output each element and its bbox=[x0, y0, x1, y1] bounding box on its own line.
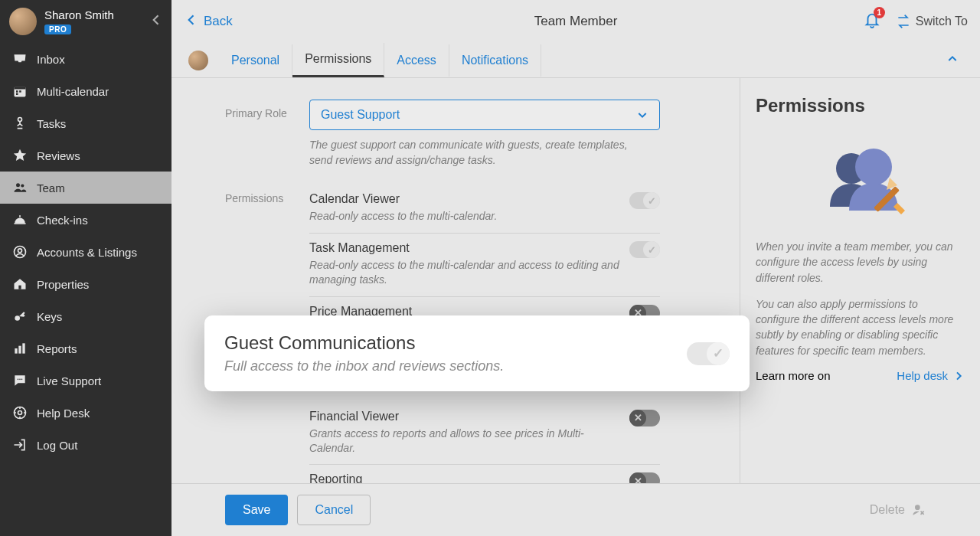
sidebar-item-inbox[interactable]: Inbox bbox=[0, 43, 172, 75]
nav-label: Keys bbox=[37, 310, 62, 323]
profile-name: Sharon Smith bbox=[44, 8, 114, 21]
sidebar-collapse-icon[interactable] bbox=[149, 12, 164, 31]
svg-rect-9 bbox=[19, 215, 21, 217]
perm-calendar-viewer: Calendar Viewer Read-only access to the … bbox=[309, 185, 660, 234]
svg-point-27 bbox=[915, 505, 920, 510]
help-icon bbox=[11, 404, 29, 421]
callout-toggle[interactable]: ✓ bbox=[687, 342, 730, 365]
topbar: Back Team Member 1 Switch To bbox=[172, 0, 980, 43]
nav-label: Live Support bbox=[37, 374, 101, 387]
form-column: Primary Role Guest Support The guest sup… bbox=[172, 78, 740, 483]
nav-label: Tasks bbox=[37, 117, 66, 130]
check-icon: ✓ bbox=[707, 342, 730, 365]
back-label: Back bbox=[204, 14, 233, 29]
member-avatar[interactable] bbox=[188, 51, 208, 70]
tasks-icon bbox=[11, 115, 29, 132]
svg-point-18 bbox=[19, 379, 21, 381]
nav-secondary: Live Support Help Desk Log Out bbox=[0, 364, 172, 536]
pro-badge: PRO bbox=[44, 25, 71, 34]
sidebar-item-keys[interactable]: Keys bbox=[0, 300, 172, 332]
sidebar: Sharon Smith PRO Inbox Multi-calendar Ta… bbox=[0, 0, 172, 536]
collapse-tabs-icon[interactable] bbox=[942, 53, 963, 67]
nav-label: Reviews bbox=[37, 149, 80, 162]
perm-task-management: Task Management Read-only access to the … bbox=[309, 234, 660, 297]
sidebar-item-live-support[interactable]: Live Support bbox=[0, 364, 172, 397]
svg-rect-12 bbox=[18, 286, 21, 289]
sidebar-item-tasks[interactable]: Tasks bbox=[0, 107, 172, 139]
tab-notifications[interactable]: Notifications bbox=[449, 44, 541, 77]
sidebar-item-properties[interactable]: Properties bbox=[0, 268, 172, 300]
star-icon bbox=[11, 147, 29, 164]
perm-toggle[interactable]: ✓ bbox=[629, 192, 660, 209]
sidebar-item-log-out[interactable]: Log Out bbox=[0, 429, 172, 461]
tab-permissions[interactable]: Permissions bbox=[292, 43, 384, 77]
nav-primary: Inbox Multi-calendar Tasks Reviews Team … bbox=[0, 43, 172, 364]
svg-point-17 bbox=[18, 379, 19, 381]
nav-label: Accounts & Listings bbox=[37, 246, 137, 259]
sidebar-item-checkins[interactable]: Check-ins bbox=[0, 204, 172, 236]
sidebar-item-reviews[interactable]: Reviews bbox=[0, 139, 172, 172]
nav-label: Properties bbox=[37, 278, 89, 291]
delete-user-icon bbox=[911, 502, 926, 518]
profile-block[interactable]: Sharon Smith PRO bbox=[0, 0, 172, 43]
perm-toggle[interactable]: ✕ bbox=[629, 472, 660, 483]
footer: Save Cancel Delete bbox=[172, 483, 980, 536]
sidebar-item-reports[interactable]: Reports bbox=[0, 332, 172, 364]
perm-title: Calendar Viewer bbox=[309, 192, 620, 206]
back-button[interactable]: Back bbox=[184, 12, 233, 31]
cancel-button[interactable]: Cancel bbox=[297, 495, 371, 525]
svg-point-6 bbox=[16, 183, 20, 187]
bell-service-icon bbox=[11, 211, 29, 228]
perm-toggle[interactable]: ✓ bbox=[629, 241, 660, 258]
chevron-down-icon bbox=[636, 109, 648, 121]
nav-label: Multi-calendar bbox=[37, 85, 109, 98]
page-title: Team Member bbox=[534, 14, 618, 29]
side-title: Permissions bbox=[756, 95, 965, 116]
sidebar-item-accounts[interactable]: Accounts & Listings bbox=[0, 236, 172, 268]
delete-button[interactable]: Delete bbox=[870, 502, 926, 518]
sidebar-item-team[interactable]: Team bbox=[0, 172, 172, 204]
svg-point-11 bbox=[18, 249, 22, 253]
perm-desc: Read-only access to the multi-calendar. bbox=[309, 209, 620, 224]
permissions-illustration bbox=[756, 130, 965, 222]
key-icon bbox=[11, 308, 29, 325]
perm-desc: Grants access to reports and allows to s… bbox=[309, 427, 620, 456]
perm-reporting: Reporting Access to the reports section.… bbox=[309, 465, 660, 483]
sidebar-item-multi-calendar[interactable]: Multi-calendar bbox=[0, 75, 172, 107]
avatar bbox=[9, 8, 37, 35]
role-label: Primary Role bbox=[225, 100, 309, 168]
svg-point-19 bbox=[21, 379, 23, 381]
sidebar-item-help-desk[interactable]: Help Desk bbox=[0, 397, 172, 429]
svg-rect-8 bbox=[15, 223, 26, 224]
chevron-right-icon bbox=[952, 370, 965, 382]
side-para-2: You can also apply permissions to config… bbox=[756, 296, 965, 358]
switch-to-button[interactable]: Switch To bbox=[896, 14, 968, 29]
svg-point-7 bbox=[21, 184, 24, 187]
callout-desc: Full access to the inbox and reviews sec… bbox=[224, 358, 678, 374]
callout-title: Guest Communications bbox=[224, 332, 678, 354]
help-desk-link[interactable]: Help desk bbox=[897, 369, 965, 382]
calendar-icon bbox=[11, 83, 29, 100]
notifications-button[interactable]: 1 bbox=[864, 11, 880, 31]
role-description: The guest support can communicate with g… bbox=[309, 138, 639, 168]
tab-personal[interactable]: Personal bbox=[219, 44, 292, 77]
nav-label: Help Desk bbox=[37, 407, 90, 420]
switch-to-label: Switch To bbox=[916, 15, 968, 28]
home-icon bbox=[11, 276, 29, 293]
check-icon: ✓ bbox=[643, 192, 660, 209]
chat-icon bbox=[11, 372, 29, 389]
tabs: Personal Permissions Access Notification… bbox=[172, 43, 980, 78]
svg-rect-2 bbox=[16, 90, 18, 93]
logout-icon bbox=[11, 436, 29, 453]
role-value: Guest Support bbox=[321, 108, 400, 122]
notification-badge: 1 bbox=[874, 7, 885, 18]
tab-access[interactable]: Access bbox=[384, 44, 449, 77]
perm-financial-viewer: Financial Viewer Grants access to report… bbox=[309, 402, 660, 466]
primary-role-select[interactable]: Guest Support bbox=[309, 100, 660, 130]
perm-title: Task Management bbox=[309, 241, 620, 255]
perm-toggle[interactable]: ✕ bbox=[629, 410, 660, 427]
save-button[interactable]: Save bbox=[225, 495, 288, 525]
svg-point-13 bbox=[15, 315, 20, 321]
svg-point-23 bbox=[855, 149, 892, 185]
accounts-icon bbox=[11, 243, 29, 260]
